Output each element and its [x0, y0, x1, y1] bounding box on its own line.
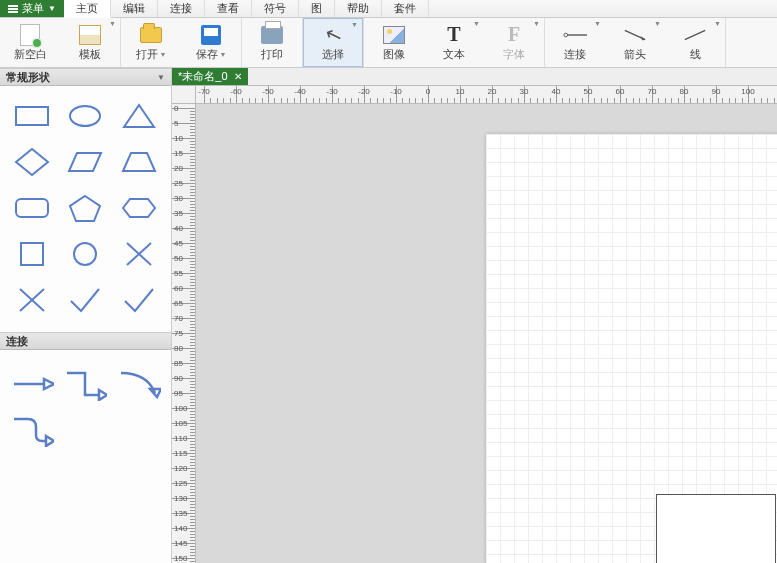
chevron-down-icon: ▼ — [714, 20, 721, 27]
svg-marker-13 — [123, 199, 155, 217]
tab-suite[interactable]: 套件 — [382, 0, 429, 17]
tab-label: 帮助 — [347, 1, 369, 16]
print-button[interactable]: 打印 — [242, 18, 302, 67]
tab-view[interactable]: 查看 — [205, 0, 252, 17]
text-button[interactable]: ▼T文本 — [424, 18, 484, 67]
shape-parallelogram[interactable] — [62, 142, 110, 182]
document-tab[interactable]: *未命名_0 ✕ — [172, 68, 248, 85]
shape-check-thin[interactable] — [62, 280, 110, 320]
text-icon: T — [447, 23, 460, 46]
select-tool-button[interactable]: ▼↖选择 — [303, 18, 363, 67]
connector-rounded-elbow[interactable] — [8, 410, 56, 450]
tab-label: 符号 — [264, 1, 286, 16]
open-button[interactable]: 打开▼ — [121, 18, 181, 67]
shape-square[interactable] — [8, 234, 56, 274]
template-icon — [79, 25, 101, 45]
tab-label: 连接 — [170, 1, 192, 16]
image-icon — [383, 26, 405, 44]
shape-diamond[interactable] — [8, 142, 56, 182]
canvas[interactable] — [196, 104, 777, 563]
shape-check-bold[interactable] — [115, 280, 163, 320]
shape-ellipse[interactable] — [62, 96, 110, 136]
svg-marker-22 — [99, 390, 107, 400]
chevron-down-icon: ▼ — [109, 20, 116, 27]
svg-rect-5 — [16, 107, 48, 125]
main-menu-button[interactable]: 菜单 ▼ — [0, 0, 64, 17]
ribbon-label: 新空白 — [14, 47, 47, 62]
tab-label: 套件 — [394, 1, 416, 16]
tab-connect[interactable]: 连接 — [158, 0, 205, 17]
connector-curve-arrow[interactable] — [115, 364, 163, 404]
shape-cross-thin[interactable] — [115, 234, 163, 274]
main-menu-label: 菜单 — [22, 1, 44, 16]
shape-hexagon[interactable] — [115, 188, 163, 228]
shape-rounded-rect[interactable] — [8, 188, 56, 228]
svg-marker-24 — [46, 436, 54, 446]
chevron-down-icon: ▼ — [220, 51, 227, 58]
tab-label: 图 — [311, 1, 322, 16]
save-icon — [201, 25, 221, 45]
shape-trapezoid[interactable] — [115, 142, 163, 182]
shapes-grid — [0, 86, 171, 332]
connector-straight-arrow[interactable] — [8, 364, 56, 404]
shape-rectangle[interactable] — [8, 96, 56, 136]
arrow-icon — [623, 24, 647, 46]
chevron-down-icon: ▼ — [594, 20, 601, 27]
folder-open-icon — [140, 27, 162, 43]
svg-marker-12 — [70, 196, 100, 221]
new-blank-icon — [20, 24, 40, 46]
tab-home[interactable]: 主页 — [64, 0, 111, 18]
horizontal-ruler[interactable]: -70-60-50-40-30-20-100102030405060708090… — [196, 86, 777, 104]
image-button[interactable]: 图像 — [364, 18, 424, 67]
svg-rect-14 — [21, 243, 43, 265]
ribbon-label: 选择 — [322, 47, 344, 62]
template-button[interactable]: ▼模板 — [60, 18, 120, 67]
tab-help[interactable]: 帮助 — [335, 0, 382, 17]
chevron-down-icon: ▼ — [351, 21, 358, 28]
menubar: 菜单 ▼ 主页 编辑 连接 查看 符号 图 帮助 套件 — [0, 0, 777, 18]
line-tool-button[interactable]: ▼线 — [665, 18, 725, 67]
ribbon-toolbar: 新空白 ▼模板 打开▼ 保存▼ 打印 ▼↖选择 图像 ▼T文本 ▼F字体 ▼连接… — [0, 18, 777, 68]
connect-tool-button[interactable]: ▼连接 — [545, 18, 605, 67]
shape-circle[interactable] — [62, 234, 110, 274]
tab-label: 主页 — [76, 1, 98, 16]
ribbon-label: 打开 — [136, 47, 158, 62]
tab-symbol[interactable]: 符号 — [252, 0, 299, 17]
panel-title: 常规形状 — [6, 70, 50, 85]
svg-rect-11 — [16, 199, 48, 217]
ribbon-label: 保存 — [196, 47, 218, 62]
cursor-icon: ↖ — [321, 20, 345, 48]
shapes-panel-header[interactable]: 常规形状▼ — [0, 68, 171, 86]
document-tabs: *未命名_0 ✕ — [172, 68, 777, 86]
chevron-down-icon: ▼ — [473, 20, 480, 27]
svg-point-6 — [70, 106, 100, 126]
ribbon-label: 文本 — [443, 47, 465, 62]
ribbon-label: 打印 — [261, 47, 283, 62]
hamburger-icon — [8, 5, 18, 13]
svg-line-4 — [685, 30, 705, 39]
ribbon-label: 箭头 — [624, 47, 646, 62]
new-blank-button[interactable]: 新空白 — [0, 18, 60, 67]
save-button[interactable]: 保存▼ — [181, 18, 241, 67]
chevron-down-icon: ▼ — [160, 51, 167, 58]
document-tab-label: *未命名_0 — [178, 69, 228, 84]
svg-point-0 — [564, 33, 568, 37]
connectors-panel-header[interactable]: 连接 — [0, 332, 171, 350]
shape-triangle[interactable] — [115, 96, 163, 136]
close-icon[interactable]: ✕ — [234, 71, 242, 82]
tab-edit[interactable]: 编辑 — [111, 0, 158, 17]
print-icon — [261, 26, 283, 44]
ribbon-label: 字体 — [503, 47, 525, 62]
ribbon-label: 线 — [690, 47, 701, 62]
shape-object-rectangle[interactable] — [656, 494, 776, 563]
arrow-tool-button[interactable]: ▼箭头 — [605, 18, 665, 67]
shape-pentagon[interactable] — [62, 188, 110, 228]
shape-cross-bold[interactable] — [8, 280, 56, 320]
vertical-ruler[interactable]: 0510152025303540455055606570758085909510… — [172, 104, 196, 563]
panel-title: 连接 — [6, 334, 28, 349]
tab-diagram[interactable]: 图 — [299, 0, 335, 17]
svg-marker-7 — [124, 105, 154, 127]
connector-elbow-arrow[interactable] — [62, 364, 110, 404]
font-button[interactable]: ▼F字体 — [484, 18, 544, 67]
ribbon-label: 模板 — [79, 47, 101, 62]
